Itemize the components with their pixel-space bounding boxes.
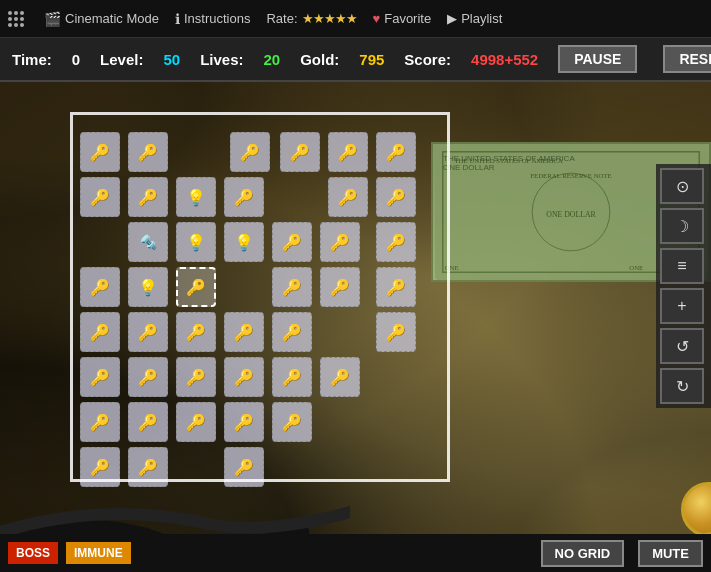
tile[interactable] <box>176 177 216 217</box>
tile[interactable] <box>80 357 120 397</box>
tile[interactable] <box>224 177 264 217</box>
svg-text:ONE: ONE <box>629 264 643 271</box>
svg-text:FEDERAL RESERVE NOTE: FEDERAL RESERVE NOTE <box>530 172 612 179</box>
tile[interactable] <box>328 177 368 217</box>
tile[interactable] <box>328 132 368 172</box>
tile[interactable] <box>176 357 216 397</box>
tile[interactable] <box>272 357 312 397</box>
tile[interactable] <box>230 132 270 172</box>
tile[interactable] <box>128 267 168 307</box>
tile[interactable] <box>128 312 168 352</box>
tile[interactable] <box>272 312 312 352</box>
favorite-item[interactable]: ♥ Favorite <box>373 11 432 26</box>
tile[interactable] <box>128 357 168 397</box>
pause-button[interactable]: PAUSE <box>558 45 637 73</box>
grid-dots-icon <box>8 11 24 27</box>
mute-button[interactable]: MUTE <box>638 540 703 567</box>
tool-rotate-right-button[interactable]: ↻ <box>660 368 704 404</box>
tile[interactable] <box>320 357 360 397</box>
score-value: 4998+552 <box>471 51 538 68</box>
tool-crescent-button[interactable]: ☽ <box>660 208 704 244</box>
cinematic-label: Cinematic Mode <box>65 11 159 26</box>
instructions-label: Instructions <box>184 11 250 26</box>
favorite-label: Favorite <box>384 11 431 26</box>
svg-text:ONE DOLLAR: ONE DOLLAR <box>546 210 596 219</box>
tile[interactable] <box>128 177 168 217</box>
level-label: Level: <box>100 51 143 68</box>
film-icon: 🎬 <box>44 11 61 27</box>
gold-label: Gold: <box>300 51 339 68</box>
tile[interactable] <box>224 222 264 262</box>
tile[interactable] <box>376 132 416 172</box>
tile[interactable] <box>280 132 320 172</box>
tile[interactable] <box>80 177 120 217</box>
tile[interactable] <box>224 312 264 352</box>
bottom-bar: BOSS IMMUNE NO GRID MUTE <box>0 534 711 572</box>
level-value: 50 <box>163 51 180 68</box>
tile[interactable] <box>176 267 216 307</box>
play-icon: ▶ <box>447 11 457 26</box>
info-icon: ℹ <box>175 11 180 27</box>
tile[interactable] <box>80 267 120 307</box>
game-grid[interactable] <box>60 102 475 532</box>
tile[interactable] <box>128 402 168 442</box>
tile[interactable] <box>320 222 360 262</box>
tile[interactable] <box>224 357 264 397</box>
score-label: Score: <box>404 51 451 68</box>
playlist-item[interactable]: ▶ Playlist <box>447 11 502 26</box>
tile[interactable] <box>272 222 312 262</box>
time-label: Time: <box>12 51 52 68</box>
tile[interactable] <box>376 267 416 307</box>
time-value: 0 <box>72 51 80 68</box>
tool-circle-button[interactable]: ⊙ <box>660 168 704 204</box>
top-menu-bar: 🎬 Cinematic Mode ℹ Instructions Rate: ★★… <box>0 0 711 38</box>
playlist-label: Playlist <box>461 11 502 26</box>
tile[interactable] <box>128 132 168 172</box>
tile[interactable] <box>80 447 120 487</box>
game-area: ONE DOLLAR THE UNITED STATES OF AMERICA … <box>0 82 711 572</box>
tile[interactable] <box>128 447 168 487</box>
rate-item[interactable]: Rate: ★★★★★ <box>266 11 356 26</box>
no-grid-button[interactable]: NO GRID <box>541 540 625 567</box>
tile[interactable] <box>176 312 216 352</box>
lives-value: 20 <box>263 51 280 68</box>
tile[interactable] <box>80 402 120 442</box>
tile[interactable] <box>80 132 120 172</box>
heart-icon: ♥ <box>373 11 381 26</box>
tile[interactable] <box>80 312 120 352</box>
tile[interactable] <box>376 312 416 352</box>
tile[interactable] <box>376 222 416 262</box>
stars-icon: ★★★★★ <box>302 11 357 26</box>
tile[interactable] <box>272 402 312 442</box>
boss-button[interactable]: BOSS <box>8 542 58 564</box>
right-toolbar: ⊙ ☽ ≡ + ↺ ↻ <box>656 164 711 408</box>
lives-label: Lives: <box>200 51 243 68</box>
gold-value: 795 <box>359 51 384 68</box>
tile[interactable] <box>320 267 360 307</box>
reset-button[interactable]: RESET <box>663 45 711 73</box>
rate-label: Rate: <box>266 11 297 26</box>
tool-grid-button[interactable]: ≡ <box>660 248 704 284</box>
tile[interactable] <box>176 402 216 442</box>
instructions-item[interactable]: ℹ Instructions <box>175 11 250 27</box>
cinematic-mode-item[interactable]: 🎬 Cinematic Mode <box>44 11 159 27</box>
tile[interactable] <box>128 222 168 262</box>
immune-button[interactable]: IMMUNE <box>66 542 131 564</box>
tile[interactable] <box>272 267 312 307</box>
tile[interactable] <box>376 177 416 217</box>
tool-rotate-left-button[interactable]: ↺ <box>660 328 704 364</box>
tool-plus-button[interactable]: + <box>660 288 704 324</box>
tile[interactable] <box>224 402 264 442</box>
stats-bar: Time: 0 Level: 50 Lives: 20 Gold: 795 Sc… <box>0 38 711 82</box>
tile[interactable] <box>224 447 264 487</box>
tile[interactable] <box>176 222 216 262</box>
